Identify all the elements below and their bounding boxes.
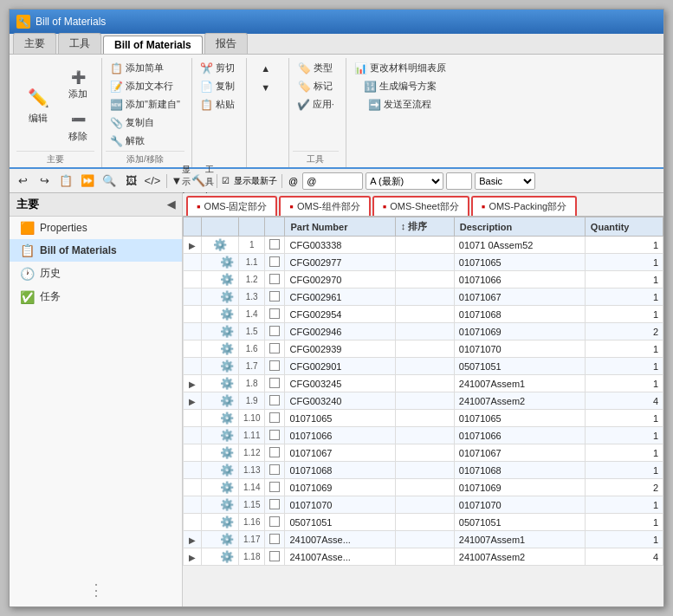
col-sort[interactable]: ↕ 排序 [395, 217, 454, 237]
add-simple-button[interactable]: 📋 添加简单 [106, 60, 168, 76]
checkbox-cell[interactable] [265, 306, 285, 323]
table-row[interactable]: ⚙️ 1.13 01071068 01071068 1 [184, 462, 663, 479]
sheet-tab-fixed[interactable]: ▪ OMS-固定部分 [186, 196, 277, 216]
checkbox-cell[interactable] [265, 358, 285, 375]
sheet-tab-packing[interactable]: ▪ OMS-Packing部分 [471, 196, 577, 216]
table-row[interactable]: ⚙️ 1.10 01071065 01071065 1 [184, 410, 663, 427]
col-description[interactable]: Description [454, 217, 585, 237]
row-checkbox[interactable] [269, 430, 280, 440]
row-checkbox[interactable] [269, 395, 280, 405]
table-row[interactable]: ⚙️ 1.12 01071067 01071067 1 [184, 444, 663, 462]
row-checkbox[interactable] [269, 516, 280, 527]
display-btn[interactable]: ▼ 显示· [171, 172, 191, 191]
sheet-tab-assembly[interactable]: ▪ OMS-组件部分 [279, 196, 370, 216]
search-input[interactable] [302, 172, 363, 190]
row-checkbox[interactable] [269, 326, 280, 336]
redo-button[interactable]: ↪ [35, 172, 54, 191]
col-quantity[interactable]: Quantity [585, 217, 663, 237]
checkbox-cell[interactable] [265, 271, 285, 289]
checkbox-cell[interactable] [265, 462, 285, 479]
cut-button[interactable]: ✂️ 剪切 [196, 60, 239, 76]
expand-arrow[interactable]: ▶ [188, 535, 197, 545]
tab-tools[interactable]: 工具 [58, 33, 101, 54]
row-checkbox[interactable] [269, 499, 280, 509]
tab-main[interactable]: 主要 [13, 33, 56, 54]
row-checkbox[interactable] [269, 482, 280, 492]
checkbox-cell[interactable] [265, 496, 285, 514]
checkbox-cell[interactable] [265, 237, 285, 254]
type-button[interactable]: 🏷️ 类型 [294, 60, 337, 76]
expand-arrow[interactable]: ▶ [188, 553, 197, 562]
copy-button[interactable]: 📄 复制 [196, 78, 239, 94]
add-button[interactable]: ➕ 添加 [61, 63, 94, 104]
show-image-button[interactable]: 🖼 [121, 172, 140, 191]
edit-bom-table-button[interactable]: 📊 更改材料明细表原 [350, 60, 450, 76]
goto-record-button[interactable]: ⏩ [78, 172, 97, 191]
row-checkbox[interactable] [269, 534, 280, 544]
mark-button[interactable]: 🏷️ 标记 [294, 78, 337, 94]
checkbox-cell[interactable] [265, 479, 285, 496]
row-checkbox[interactable] [269, 308, 280, 319]
row-checkbox[interactable] [269, 256, 280, 267]
checkbox-cell[interactable] [265, 392, 285, 410]
tab-bom[interactable]: Bill of Materials [103, 36, 203, 54]
row-checkbox[interactable] [269, 343, 280, 353]
row-checkbox[interactable] [269, 274, 280, 284]
table-row[interactable]: ⚙️ 1.15 01071070 01071070 1 [184, 496, 663, 514]
add-new-create-button[interactable]: 🆕 添加"新建自" [106, 96, 184, 113]
type-select[interactable]: Basic [475, 172, 535, 190]
tools-btn[interactable]: 🔨 工具· [193, 172, 212, 191]
checkbox-cell[interactable] [265, 340, 285, 358]
row-checkbox[interactable] [269, 412, 280, 423]
down-button[interactable]: ▼ [250, 79, 281, 96]
table-row[interactable]: ⚙️ 1.5 CFG002946 01071069 2 [184, 323, 663, 340]
table-row[interactable]: ⚙️ 1.1 CFG002977 01071065 1 [184, 254, 663, 271]
refresh-button[interactable]: ↩ [13, 172, 32, 191]
checkbox-cell[interactable] [265, 548, 285, 566]
table-row[interactable]: ⚙️ 1.7 CFG002901 05071051 1 [184, 358, 663, 375]
sidebar-item-properties[interactable]: 🟧 Properties [10, 217, 182, 239]
paste-button[interactable]: 📋 粘贴 [196, 96, 239, 113]
table-row[interactable]: ▶ ⚙️ 1.17 241007Asse... 241007Assem1 1 [184, 531, 663, 548]
row-checkbox[interactable] [269, 291, 280, 302]
up-button[interactable]: ▲ [250, 60, 281, 77]
table-row[interactable]: ⚙️ 1.11 01071066 01071066 1 [184, 427, 663, 444]
table-row[interactable]: ⚙️ 1.4 CFG002954 01071068 1 [184, 306, 663, 323]
row-checkbox[interactable] [269, 447, 280, 457]
checkbox-cell[interactable] [265, 514, 285, 531]
filter-button[interactable]: 🔍 [100, 172, 119, 191]
checkbox-cell[interactable] [265, 289, 285, 306]
code-button[interactable]: </> [143, 172, 162, 191]
checkbox-cell[interactable] [265, 410, 285, 427]
table-row[interactable]: ▶ ⚙️ 1.8 CFG003245 241007Assem1 1 [184, 375, 663, 392]
row-checkbox[interactable] [269, 239, 280, 250]
expand-arrow[interactable]: ▶ [188, 397, 197, 406]
add-text-row-button[interactable]: 📝 添加文本行 [106, 78, 178, 94]
table-row[interactable]: ▶ ⚙️ 1.18 241007Asse... 241007Assem2 4 [184, 548, 663, 566]
sidebar-collapse-button[interactable]: ◀ [167, 198, 175, 211]
table-row[interactable]: ⚙️ 1.6 CFG002939 01071070 1 [184, 340, 663, 358]
table-row[interactable]: ⚙️ 1.16 05071051 05071051 1 [184, 514, 663, 531]
expand-arrow[interactable]: ▶ [188, 379, 197, 389]
sidebar-item-history[interactable]: 🕐 历史 [10, 262, 182, 285]
checkbox-cell[interactable] [265, 427, 285, 444]
row-checkbox[interactable] [269, 360, 280, 371]
checkbox-cell[interactable] [265, 323, 285, 340]
checkbox-cell[interactable] [265, 375, 285, 392]
sidebar-item-bom[interactable]: 📋 Bill of Materials [10, 239, 182, 262]
gen-number-button[interactable]: 🔢 生成编号方案 [359, 78, 441, 94]
checkbox-cell[interactable] [265, 254, 285, 271]
sheet-tab-sheet[interactable]: ▪ OMS-Sheet部分 [372, 196, 469, 216]
remove-button[interactable]: ➖ 移除 [61, 106, 94, 146]
row-checkbox[interactable] [269, 551, 280, 561]
apply-button[interactable]: ✔️ 应用· [293, 96, 339, 113]
table-row[interactable]: ⚙️ 1.3 CFG002961 01071067 1 [184, 289, 663, 306]
table-row[interactable]: ⚙️ 1.2 CFG002970 01071066 1 [184, 271, 663, 289]
send-to-flow-button[interactable]: ➡️ 发送至流程 [364, 96, 436, 113]
table-row[interactable]: ⚙️ 1.14 01071069 01071069 2 [184, 479, 663, 496]
expand-arrow[interactable]: ▶ [188, 241, 197, 250]
grid-button[interactable]: 📋 [56, 172, 75, 191]
version-select[interactable]: A (最新) [366, 172, 443, 190]
copy-from-button[interactable]: 📎 复制自 [106, 114, 159, 131]
checkbox-cell[interactable] [265, 444, 285, 462]
